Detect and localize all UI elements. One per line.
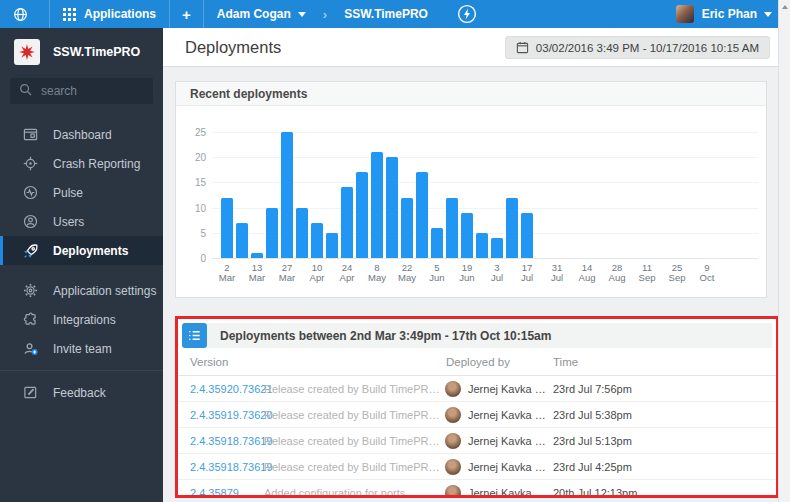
table-panel-title: Deployments between 2nd Mar 3:49pm - 17t… <box>207 323 772 348</box>
deployment-time: 20th Jul 12:13pm <box>553 487 637 498</box>
chart-bar <box>221 198 233 258</box>
recent-deployments-panel: Recent deployments 05101520252Mar13Mar27… <box>175 81 767 298</box>
user-menu[interactable]: Eric Phan <box>676 0 772 28</box>
sidebar-item-integrations[interactable]: Integrations <box>0 305 163 334</box>
deployment-description: Release created by Build TimePROWebUI.CD… <box>264 383 440 395</box>
sidebar-item-label: Users <box>53 215 84 229</box>
add-application-button[interactable]: + <box>170 0 203 28</box>
sidebar-item-application-settings[interactable]: Application settings <box>0 276 163 305</box>
x-axis-tick-label: 31Jul <box>540 263 574 283</box>
y-axis-tick-label: 5 <box>182 228 206 239</box>
breadcrumb-separator-icon: › <box>319 7 331 22</box>
sidebar-item-invite-team[interactable]: Invite team <box>0 334 163 363</box>
sidebar-item-label: Crash Reporting <box>53 157 140 171</box>
version-link[interactable]: 2.4.35920.73621 <box>190 383 273 395</box>
search-box[interactable] <box>10 78 153 104</box>
y-axis-tick-label: 20 <box>182 152 206 163</box>
deployment-description: Release created by Build TimePROWebUI.CD… <box>264 435 440 447</box>
chart-bar <box>416 172 428 258</box>
calendar-icon <box>516 41 529 54</box>
sidebar-item-label: Application settings <box>53 284 156 298</box>
version-link[interactable]: 2.4.35918.73619 <box>190 435 273 447</box>
sidebar-item-label: Invite team <box>53 342 112 356</box>
breadcrumb-app[interactable]: SSW.TimePRO <box>331 0 441 28</box>
x-axis-tick-label: 10Apr <box>300 263 334 283</box>
applications-menu[interactable]: Applications <box>50 0 169 28</box>
deployer-name: Jernej Kavka www.ss... <box>468 435 550 447</box>
deployer-name: Jernej Kavka www.ss... <box>468 383 550 395</box>
chart-gridline <box>212 132 758 133</box>
x-axis-tick-label: 8May <box>360 263 394 283</box>
gear-icon <box>22 283 39 298</box>
x-axis-tick-label: 24Apr <box>330 263 364 283</box>
column-header-deployed-by: Deployed by <box>446 356 510 368</box>
chart-bar <box>461 213 473 258</box>
version-link[interactable]: 2.4.35879 <box>190 487 239 498</box>
list-icon <box>182 323 207 348</box>
deployer-avatar <box>445 381 461 397</box>
x-axis-tick-label: 25Sep <box>660 263 694 283</box>
search-input[interactable] <box>41 84 141 98</box>
table-row: 2.4.35920.73621Release created by Build … <box>178 376 776 402</box>
chart-gridline <box>212 157 758 158</box>
date-range-label: 03/02/2016 3:49 PM - 10/17/2016 10:15 AM <box>536 42 759 54</box>
deployer-avatar <box>445 407 461 423</box>
chart-bar <box>266 208 278 258</box>
sidebar-item-pulse[interactable]: Pulse <box>0 178 163 207</box>
x-axis-tick-label: 3Jul <box>480 263 514 283</box>
search-icon <box>19 82 32 100</box>
chart-bar <box>476 233 488 258</box>
chart-gridline <box>212 182 758 183</box>
deployer-avatar <box>445 485 461 498</box>
deployment-time: 23rd Jul 5:38pm <box>553 409 632 421</box>
pulse-bolt-button[interactable] <box>457 4 477 24</box>
chart-gridline <box>212 258 758 259</box>
sidebar-item-dashboard[interactable]: Dashboard <box>0 120 163 149</box>
globe-button[interactable] <box>0 0 49 28</box>
y-axis-tick-label: 0 <box>182 253 206 264</box>
deployment-time: 23rd Jul 5:13pm <box>553 435 632 447</box>
column-header-time: Time <box>553 356 578 368</box>
deployment-time: 23rd Jul 4:25pm <box>553 461 632 473</box>
chevron-down-icon <box>298 12 306 17</box>
dashboard-icon <box>22 127 39 142</box>
chart-bar <box>236 223 248 258</box>
table-body: 2.4.35920.73621Release created by Build … <box>178 376 776 498</box>
sidebar-nav-footer: Feedback <box>0 370 163 407</box>
sidebar-item-deployments[interactable]: Deployments <box>0 236 163 265</box>
sidebar-item-crash-reporting[interactable]: Crash Reporting <box>0 149 163 178</box>
team-dropdown[interactable]: Adam Cogan <box>204 0 319 28</box>
deployer-name: Jernej Kavka www.ss... <box>468 409 550 421</box>
chart-bar <box>356 172 368 258</box>
chart-bar <box>281 132 293 258</box>
version-link[interactable]: 2.4.35918.73619 <box>190 461 273 473</box>
table-column-headers: Version Deployed by Time <box>178 348 776 376</box>
chart-bar <box>251 253 263 258</box>
sidebar-nav-secondary: Application settingsIntegrationsInvite t… <box>0 276 163 363</box>
deployments-table-panel-highlighted: Deployments between 2nd Mar 3:49pm - 17t… <box>175 316 779 498</box>
version-link[interactable]: 2.4.35919.73620 <box>190 409 273 421</box>
sidebar-item-feedback[interactable]: Feedback <box>0 378 163 407</box>
x-axis-tick-label: 5Jun <box>420 263 454 283</box>
deployer-avatar <box>445 433 461 449</box>
date-range-picker[interactable]: 03/02/2016 3:49 PM - 10/17/2016 10:15 AM <box>505 36 770 59</box>
deployer-name: Jernej Kavka www.ss... <box>468 461 550 473</box>
sidebar-item-users[interactable]: Users <box>0 207 163 236</box>
sidebar-nav-main: DashboardCrash ReportingPulseUsersDeploy… <box>0 120 163 265</box>
sidebar-item-label: Dashboard <box>53 128 112 142</box>
chart-bar <box>506 198 518 258</box>
app-window: Applications + Adam Cogan › SSW.TimePRO … <box>0 0 790 502</box>
x-axis-tick-label: 11Sep <box>630 263 664 283</box>
main-content: Deployments 03/02/2016 3:49 PM - 10/17/2… <box>163 28 778 502</box>
app-header: SSW.TimePRO <box>14 39 163 65</box>
feedback-icon <box>22 385 39 400</box>
chart-bar <box>371 152 383 258</box>
rocket-icon <box>22 243 39 259</box>
x-axis-tick-label: 9Oct <box>690 263 724 283</box>
scrollbar[interactable] <box>778 0 790 502</box>
applications-label: Applications <box>84 7 156 21</box>
column-header-version: Version <box>190 356 228 368</box>
chart-bar <box>326 233 338 258</box>
chevron-down-icon <box>764 12 772 17</box>
globe-icon <box>13 7 28 22</box>
